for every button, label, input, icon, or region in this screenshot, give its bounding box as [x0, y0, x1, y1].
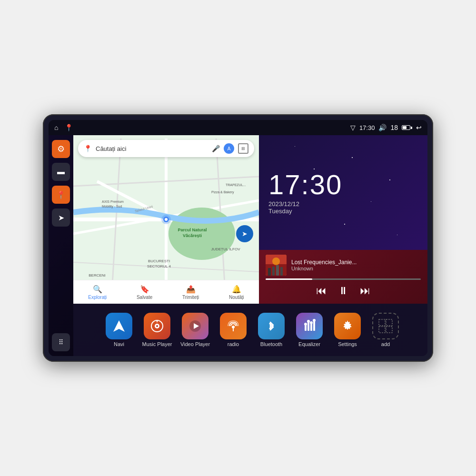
sidebar-navigation-button[interactable]: ➤ — [52, 208, 70, 227]
share-icon: 📤 — [186, 285, 196, 294]
map-saved-button[interactable]: 🔖 Salvate — [137, 285, 152, 300]
share-label: Trimiteți — [182, 295, 199, 300]
map-svg: Parcul Natural Văcărești BUCUREȘTI SECTO… — [73, 135, 259, 304]
play-pause-button[interactable]: ⏸ — [338, 285, 348, 297]
device-screen: ⌂ 📍 ▽ 17:30 🔊 18 ↩ — [49, 120, 427, 356]
updates-icon: 🔔 — [232, 285, 241, 294]
svg-text:SECTORUL 4: SECTORUL 4 — [147, 264, 171, 268]
music-progress-fill — [266, 278, 312, 280]
radio-label: radio — [228, 341, 239, 347]
sidebar-media-button[interactable]: ▬ — [52, 163, 70, 181]
next-track-button[interactable]: ⏭ — [360, 285, 370, 297]
app-navi[interactable]: Navi — [102, 313, 136, 347]
map-container[interactable]: Parcul Natural Văcărești BUCUREȘTI SECTO… — [73, 135, 259, 304]
music-controls: ⏮ ⏸ ⏭ — [266, 283, 421, 299]
bluetooth-icon — [258, 313, 285, 339]
search-text: Căutați aici — [96, 145, 208, 152]
svg-text:TRAPEZUL...: TRAPEZUL... — [226, 183, 246, 187]
svg-rect-33 — [280, 267, 283, 276]
map-updates-button[interactable]: 🔔 Noutăți — [229, 285, 244, 300]
svg-text:Parcul Natural: Parcul Natural — [178, 228, 207, 232]
map-pin-icon: 📍 — [56, 190, 66, 199]
saved-label: Salvate — [137, 295, 152, 300]
media-icon: ▬ — [57, 168, 65, 176]
svg-text:JUDEȚUL ILFOV: JUDEȚUL ILFOV — [211, 247, 240, 251]
sidebar-settings-button[interactable]: ⚙ — [52, 140, 70, 158]
svg-rect-30 — [268, 268, 271, 276]
app-video-player[interactable]: Video Player — [178, 313, 212, 347]
svg-text:➤: ➤ — [242, 230, 248, 238]
back-icon[interactable]: ↩ — [416, 124, 422, 131]
microphone-icon[interactable]: 🎤 — [212, 145, 220, 152]
center-content: Parcul Natural Văcărești BUCUREȘTI SECTO… — [73, 135, 427, 356]
prev-track-button[interactable]: ⏮ — [316, 285, 327, 297]
account-icon[interactable]: A — [224, 143, 234, 154]
svg-point-49 — [310, 321, 313, 324]
battery-level: 18 — [390, 124, 398, 131]
map-search-bar[interactable]: 📍 Căutați aici 🎤 A ⊞ — [78, 140, 254, 157]
settings-app-label: Settings — [338, 341, 357, 347]
bluetooth-label: Bluetooth — [260, 341, 282, 347]
radio-icon — [220, 313, 247, 339]
svg-text:AXIS Premium: AXIS Premium — [102, 200, 124, 203]
volume-icon[interactable]: 🔊 — [378, 124, 387, 131]
svg-point-38 — [156, 325, 158, 327]
app-music-player[interactable]: Music Player — [140, 313, 174, 347]
svg-rect-31 — [272, 267, 275, 276]
svg-rect-52 — [379, 319, 385, 326]
svg-point-50 — [313, 319, 316, 322]
app-add[interactable]: add — [368, 313, 403, 347]
svg-text:Văcărești: Văcărești — [183, 233, 202, 238]
music-artist: Unknown — [291, 266, 421, 271]
status-time: 17:30 — [359, 124, 375, 131]
album-art — [266, 255, 287, 276]
app-settings[interactable]: Settings — [330, 313, 365, 347]
music-progress-bar[interactable] — [266, 278, 421, 280]
navi-icon — [106, 313, 132, 339]
sidebar-maps-button[interactable]: 📍 — [52, 186, 70, 204]
video-player-icon — [182, 313, 208, 339]
sidebar: ⚙ ▬ 📍 ➤ ⠿ — [49, 135, 73, 356]
battery-icon — [402, 125, 412, 130]
map-share-button[interactable]: 📤 Trimiteți — [182, 285, 199, 300]
nav-arrow-icon: ➤ — [58, 213, 64, 222]
svg-rect-44 — [307, 322, 309, 331]
location-icon[interactable]: 📍 — [65, 124, 73, 131]
svg-point-23 — [165, 218, 168, 221]
clock-widget: 17:30 2023/12/12 Tuesday — [259, 135, 427, 250]
grid-icon: ⠿ — [59, 338, 63, 346]
app-equalizer[interactable]: Equalizer — [292, 313, 327, 347]
navi-label: Navi — [114, 341, 124, 347]
app-radio[interactable]: radio — [216, 313, 250, 347]
updates-label: Noutăți — [229, 295, 244, 300]
music-track-info: Lost Frequencies_Janie... Unknown — [291, 259, 421, 271]
google-maps-icon: 📍 — [84, 145, 92, 152]
sidebar-grid-button[interactable]: ⠿ — [52, 333, 70, 351]
video-player-label: Video Player — [180, 341, 210, 347]
svg-rect-55 — [386, 327, 392, 333]
status-bar: ⌂ 📍 ▽ 17:30 🔊 18 ↩ — [49, 120, 427, 135]
map-area: Parcul Natural Văcărești BUCUREȘTI SECTO… — [73, 135, 427, 304]
clock-date: 2023/12/12 Tuesday — [268, 200, 299, 215]
svg-rect-45 — [310, 324, 312, 331]
map-bottom-bar: 🔍 Explorați 🔖 Salvate 📤 Trimiteți — [73, 280, 259, 304]
svg-rect-53 — [386, 319, 392, 326]
music-player-label: Music Player — [142, 341, 172, 347]
svg-rect-32 — [276, 265, 279, 276]
svg-text:BUCUREȘTI: BUCUREȘTI — [148, 259, 170, 263]
wifi-icon: ▽ — [350, 124, 356, 131]
svg-text:Pizza & Bakery: Pizza & Bakery — [211, 190, 234, 194]
map-explore-button[interactable]: 🔍 Explorați — [88, 285, 107, 300]
right-panel: 17:30 2023/12/12 Tuesday — [259, 135, 427, 304]
svg-point-47 — [304, 323, 307, 326]
svg-point-41 — [232, 326, 235, 328]
saved-icon: 🔖 — [140, 285, 149, 294]
svg-rect-43 — [305, 325, 307, 331]
explore-label: Explorați — [88, 295, 107, 300]
add-icon — [372, 313, 399, 339]
svg-point-29 — [272, 258, 280, 265]
app-bluetooth[interactable]: Bluetooth — [254, 313, 288, 347]
layers-icon[interactable]: ⊞ — [238, 143, 248, 154]
equalizer-label: Equalizer — [298, 341, 320, 347]
home-icon[interactable]: ⌂ — [54, 124, 58, 131]
